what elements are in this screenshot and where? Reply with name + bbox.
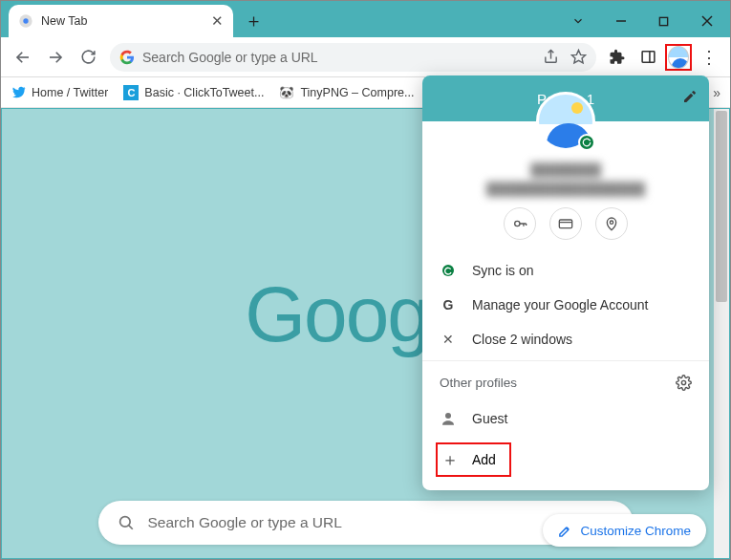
sync-row[interactable]: Sync is on xyxy=(422,253,709,288)
omnibox[interactable]: Search Google or type a URL xyxy=(110,43,596,72)
customize-label: Customize Chrome xyxy=(580,524,691,538)
person-icon xyxy=(440,410,457,427)
svg-marker-9 xyxy=(571,50,585,62)
other-profiles-label: Other profiles xyxy=(440,376,517,390)
nav-back-button[interactable] xyxy=(9,43,37,72)
tab-title: New Tab xyxy=(41,14,87,28)
plus-icon: ＋ xyxy=(441,448,459,471)
bookmark-label: Basic · ClickToTweet... xyxy=(144,86,264,99)
searchbox-placeholder: Search Google or type a URL xyxy=(148,514,342,531)
scrollbar-thumb[interactable] xyxy=(716,111,727,302)
bookmarks-overflow-icon[interactable]: » xyxy=(713,85,720,100)
guest-label: Guest xyxy=(472,411,507,426)
manage-label: Manage your Google Account xyxy=(472,297,648,312)
divider xyxy=(422,360,709,361)
bookmark-item[interactable]: 🐼 TinyPNG – Compre... xyxy=(279,85,414,100)
edit-profile-icon[interactable] xyxy=(682,89,698,104)
browser-toolbar: Search Google or type a URL ⋮ xyxy=(1,37,730,77)
nav-reload-button[interactable] xyxy=(74,43,102,72)
extensions-icon[interactable] xyxy=(604,44,631,71)
window-maximize-icon[interactable] xyxy=(642,7,685,35)
scrollbar[interactable] xyxy=(714,109,729,558)
other-profiles-header: Other profiles xyxy=(422,365,709,400)
bookmark-label: Home / Twitter xyxy=(32,86,108,99)
payments-icon[interactable] xyxy=(549,207,582,240)
manage-account-row[interactable]: G Manage your Google Account xyxy=(422,288,709,322)
window-chevron-icon[interactable] xyxy=(556,7,599,35)
sidepanel-icon[interactable] xyxy=(634,44,661,71)
guest-profile-row[interactable]: Guest xyxy=(422,400,709,437)
passwords-icon[interactable] xyxy=(504,207,536,240)
svg-rect-18 xyxy=(559,220,571,228)
bookmark-label: TinyPNG – Compre... xyxy=(300,86,414,99)
profile-popup: Person 1 ████████ ██████████████████ Syn… xyxy=(422,75,709,490)
bookmark-item[interactable]: C Basic · ClickToTweet... xyxy=(123,85,264,100)
tab-close-icon[interactable]: ✕ xyxy=(211,12,224,30)
new-tab-button[interactable]: ＋ xyxy=(239,7,268,35)
pencil-icon xyxy=(558,524,572,538)
addresses-icon[interactable] xyxy=(595,207,628,240)
bookmark-item[interactable]: Home / Twitter xyxy=(11,85,108,100)
profile-button[interactable] xyxy=(665,44,692,71)
svg-line-13 xyxy=(128,526,132,529)
svg-rect-3 xyxy=(659,17,667,25)
profile-quick-actions xyxy=(422,204,709,253)
share-icon[interactable] xyxy=(543,49,559,65)
nav-forward-button[interactable] xyxy=(41,43,70,72)
window-controls xyxy=(556,5,730,37)
profile-avatar-icon xyxy=(668,46,689,69)
google-g-icon xyxy=(119,50,135,65)
svg-point-14 xyxy=(515,221,520,226)
window-minimize-icon[interactable] xyxy=(599,7,642,35)
sync-badge-icon xyxy=(578,134,595,151)
panda-icon: 🐼 xyxy=(279,85,294,100)
tab-favicon xyxy=(18,13,33,29)
customize-chrome-button[interactable]: Customize Chrome xyxy=(543,514,706,547)
svg-point-23 xyxy=(445,413,451,419)
clicktotweet-icon: C xyxy=(123,85,139,100)
close-icon: ✕ xyxy=(440,332,457,347)
search-icon xyxy=(118,514,135,531)
svg-point-1 xyxy=(23,18,28,23)
svg-point-22 xyxy=(681,380,685,384)
close-windows-row[interactable]: ✕ Close 2 windows xyxy=(422,322,709,356)
browser-tab[interactable]: New Tab ✕ xyxy=(9,5,233,37)
add-profile-button[interactable]: ＋ Add xyxy=(436,442,511,477)
window-titlebar: New Tab ✕ ＋ xyxy=(1,1,730,37)
svg-point-20 xyxy=(610,221,613,224)
profile-details-redacted: ████████ ██████████████████ xyxy=(422,151,709,204)
svg-point-12 xyxy=(119,517,130,528)
twitter-icon xyxy=(11,85,26,100)
omnibox-placeholder: Search Google or type a URL xyxy=(142,50,318,65)
window-close-icon[interactable] xyxy=(685,7,728,35)
sync-label: Sync is on xyxy=(472,263,534,278)
gear-icon[interactable] xyxy=(676,375,692,391)
chrome-menu-button[interactable]: ⋮ xyxy=(696,44,722,71)
close-label: Close 2 windows xyxy=(472,332,572,347)
add-label: Add xyxy=(472,452,496,467)
google-icon: G xyxy=(440,297,457,312)
bookmark-star-icon[interactable] xyxy=(570,49,587,65)
sync-icon xyxy=(440,263,457,278)
svg-rect-10 xyxy=(642,52,655,62)
